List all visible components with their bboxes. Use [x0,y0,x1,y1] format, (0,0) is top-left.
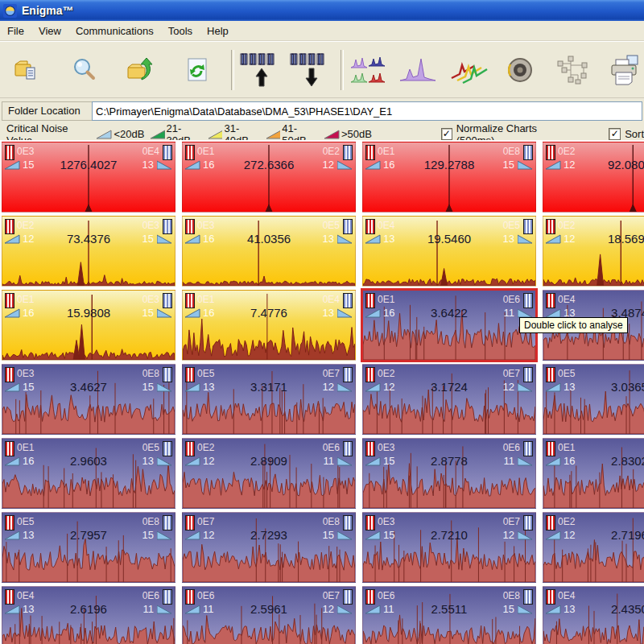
logger-right-id: 0E8 [323,516,340,527]
logger-right-id: 0E6 [142,590,159,601]
open-database-button[interactable] [8,49,47,91]
title-bar[interactable]: Enigma™ [0,0,644,21]
chart-tile[interactable]: 0E1160E212272.6366 [182,142,356,213]
chart-tile[interactable]: 0E4130E6112.6196 [2,586,175,644]
logger-left-id: 0E1 [558,442,575,453]
loggers-up-arrow-icon [239,52,278,88]
sort-checkbox-wrap: ✓ Sort [609,128,644,140]
logger-right-id: 0E7 [503,516,520,527]
refresh-button[interactable] [178,49,217,91]
chart-tile[interactable]: 0E3160E51341.0356 [182,216,356,287]
correlation-peak-value: 3.1724 [363,380,535,394]
program-loggers-button[interactable] [289,49,328,91]
logger-right-id: 0E8 [503,146,520,157]
correlation-peak-value: 2.4350 [543,602,644,616]
waterfall-view-button[interactable] [450,49,489,91]
logger-right-id: 0E3 [142,294,159,305]
chart-tile[interactable]: 0E21218.5690 [543,216,644,287]
menu-item-help[interactable]: Help [200,23,236,39]
logger-right-id: 0E7 [503,368,520,379]
single-chart-view-button[interactable] [398,49,437,91]
triangle-icon [324,130,340,139]
histogram-icon [399,56,436,84]
correlation-peak-value: 2.6196 [2,602,175,616]
correlation-peak-value: 15.9808 [2,306,175,320]
tooltip: Double click to analyse [519,317,628,333]
menu-item-tools[interactable]: Tools [161,23,200,39]
folder-location-label: Folder Location [2,101,92,121]
chart-tile[interactable]: 0E2120E31573.4376 [2,216,175,287]
logger-right-id: 0E7 [323,590,340,601]
correlation-peak-value: 2.7196 [543,528,644,542]
multi-chart-view-button[interactable] [349,49,387,91]
printer-icon [609,55,640,85]
logger-left-id: 0E6 [197,590,214,601]
open-folder-icon [13,57,42,83]
menu-item-file[interactable]: File [0,23,31,39]
chart-tile[interactable]: 0E3150E4131276.4027 [2,142,175,213]
logger-right-id: 0E7 [323,368,340,379]
chart-tile[interactable]: 0E1160E4137.4776 [182,290,356,361]
speaker-icon [506,56,535,85]
chart-tile[interactable]: 0E4130E51319.5460 [362,216,536,287]
multi-histogram-icon [350,56,386,85]
chart-tile[interactable]: 0E3150E8153.4627 [2,364,175,435]
chart-tile[interactable]: 0E2120E6112.8909 [182,438,356,509]
logger-left-id: 0E1 [197,146,214,157]
chart-tile[interactable]: 0E5130E7123.3171 [182,364,356,435]
correlation-peak-value: 3.4627 [2,380,175,394]
chart-tile[interactable]: 0E3150E7122.7210 [362,512,536,583]
chart-tile[interactable]: 0E1162.8302 [543,438,644,509]
chart-tile[interactable]: 0E6110E7122.5961 [182,586,356,644]
correlation-peak-value: 92.0801 [543,158,644,171]
normalize-charts-checkbox[interactable]: ✓ [441,128,452,140]
read-loggers-button[interactable] [239,49,278,91]
correlation-peak-value: 3.3171 [183,380,355,394]
export-folder-button[interactable] [121,49,159,91]
folder-path-input[interactable] [92,101,642,121]
menu-item-communications[interactable]: Communications [68,23,161,39]
menu-bar: File View Communications Tools Help [0,21,644,41]
search-button[interactable] [64,49,103,91]
waterfall-charts-icon [450,56,489,85]
toolbar [0,41,644,98]
chart-tile[interactable]: 0E5130E8152.7957 [2,512,175,583]
logger-left-id: 0E5 [17,516,34,527]
chart-tile[interactable]: 0E3150E6112.8778 [362,438,536,509]
chart-tile[interactable]: 0E1160E815129.2788 [362,142,536,213]
search-icon [71,57,97,83]
correlation-peak-value: 2.5961 [183,602,355,616]
print-button[interactable] [605,49,644,91]
listen-button[interactable] [500,49,539,91]
logger-left-id: 0E3 [378,516,394,527]
logger-left-id: 0E4 [378,220,394,231]
folder-location-bar: Folder Location [0,98,644,124]
chart-tile[interactable]: 0E4132.4350 [543,586,644,644]
logger-left-id: 0E2 [197,442,214,453]
network-layout-button[interactable] [554,49,592,91]
correlation-peak-value: 7.4776 [183,306,355,320]
chart-tile[interactable]: 0E21292.0801 [543,142,644,213]
logger-right-id: 0E5 [503,220,520,231]
correlation-peak-value: 2.7293 [183,528,355,542]
correlation-peak-value: 2.8778 [363,454,535,468]
correlation-peak-value: 3.6422 [363,306,535,320]
loggers-down-arrow-icon [289,52,328,88]
chart-tile[interactable]: 0E5133.0365 [543,364,644,435]
menu-item-view[interactable]: View [31,23,68,39]
sort-checkbox[interactable]: ✓ [609,128,621,140]
chart-tile[interactable]: 0E1160E6113.6422 [362,290,536,361]
logger-right-id: 0E6 [503,442,520,453]
logger-left-id: 0E2 [558,146,575,157]
chart-tile[interactable]: 0E7120E8152.7293 [182,512,356,583]
logger-left-id: 0E2 [17,220,34,231]
correlation-peak-value: 2.7210 [363,528,535,542]
correlation-peak-value: 19.5460 [363,232,535,246]
chart-tile[interactable]: 0E2122.7196 [543,512,644,583]
chart-tile[interactable]: 0E2120E7123.1724 [362,364,536,435]
chart-tile[interactable]: 0E1160E31515.9808 [2,290,175,361]
logger-right-id: 0E6 [323,442,340,453]
chart-tile[interactable]: 0E6110E8152.5511 [362,586,536,644]
chart-tile[interactable]: 0E1160E5132.9603 [2,438,175,509]
enigma-window: Enigma™ File View Communications Tools H… [0,0,644,644]
